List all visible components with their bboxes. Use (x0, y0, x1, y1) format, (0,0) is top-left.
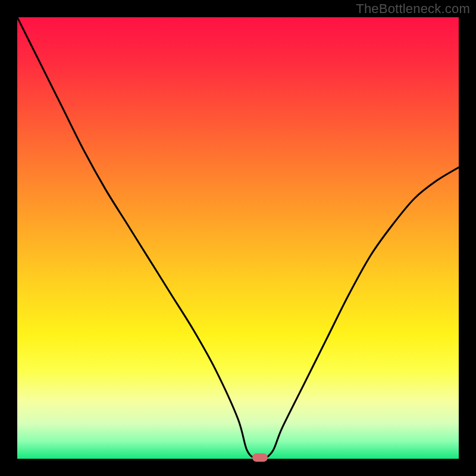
watermark-text: TheBottleneck.com (356, 1, 470, 17)
optimal-marker (252, 453, 268, 462)
chart-svg (17, 17, 459, 459)
chart-frame: TheBottleneck.com (0, 0, 476, 476)
plot-area (17, 17, 459, 459)
gradient-rect (17, 17, 459, 459)
